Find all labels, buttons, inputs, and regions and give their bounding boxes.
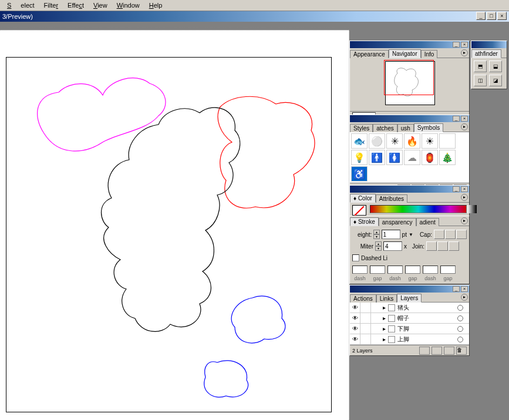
gap-2-input[interactable] [405,266,420,274]
cap-butt-button[interactable] [434,230,444,239]
menu-filter[interactable]: Filter [39,1,63,10]
visibility-toggle[interactable]: 👁 [350,324,360,334]
symbol-flame[interactable]: 🔥 [404,133,420,149]
layer-row[interactable]: 👁 ▸ 帽子 [350,313,469,324]
fill-stroke-swatch[interactable] [352,205,366,216]
menu-help[interactable]: Help [144,1,167,10]
menu-window[interactable]: Window [112,1,144,10]
layer-swatch [388,304,395,311]
tab-brushes[interactable]: ush [397,124,414,132]
dash-3-input[interactable] [423,266,438,274]
lock-toggle[interactable] [360,303,371,313]
gap-1-input[interactable] [370,266,385,274]
tab-attributes[interactable]: Attributes [376,194,407,203]
weight-input[interactable] [382,230,400,239]
panel-close[interactable]: × [461,116,468,122]
visibility-toggle[interactable]: 👁 [350,313,360,324]
pathfinder-subtract[interactable]: ⬓ [489,61,502,72]
symbol-wheelchair[interactable]: ♿ [351,166,368,182]
delete-layer-button[interactable]: 🗑 [456,347,467,355]
join-miter-button[interactable] [426,241,437,251]
tab-pathfinder[interactable]: athfinder [471,49,501,58]
dash-2-input[interactable] [387,266,403,274]
symbol-bubble[interactable]: ⚪ [369,133,385,149]
layer-row[interactable]: 👁 ▸ 上脚 [350,334,469,345]
layer-row[interactable]: 👁 ▸ 下脚 [350,324,469,334]
make-clipping-button[interactable] [419,347,430,355]
tab-color[interactable]: ♦ Color [350,194,376,203]
dashed-checkbox[interactable] [352,254,359,261]
gap-3-input[interactable] [440,266,456,274]
tab-transparency[interactable]: ansparency [379,218,416,226]
tab-actions[interactable]: Actions [350,294,376,303]
layer-swatch [388,325,395,332]
new-sublayer-button[interactable] [432,347,442,355]
panel-close[interactable]: × [461,42,468,48]
symbol-scribble[interactable]: ✳ [386,133,403,149]
symbol-bulb[interactable]: 💡 [351,150,368,165]
join-bevel-button[interactable] [449,241,459,251]
lock-toggle[interactable] [360,334,371,345]
pathfinder-panel: athfinder ⬒ ⬓ ◫ ◪ [471,41,507,89]
canvas[interactable] [0,30,349,420]
symbol-fish[interactable]: 🐟 [351,133,368,149]
layer-target[interactable] [457,305,463,311]
panel-flyout[interactable]: ▸ [461,294,468,301]
menu-select[interactable]: Select [2,1,39,10]
symbol-lantern[interactable]: 🏮 [422,150,438,165]
pathfinder-intersect[interactable]: ◫ [474,75,487,86]
panel-flyout[interactable]: ▸ [461,123,468,130]
miter-spinner[interactable]: ▴▾ [375,241,382,251]
cap-round-button[interactable] [445,230,456,239]
tab-swatches[interactable]: atches [373,124,397,132]
dash-1-input[interactable] [352,266,368,274]
maximize-button[interactable]: □ [487,12,496,20]
navigator-viewport[interactable] [384,60,434,95]
layer-swatch [388,315,395,322]
panel-minimize[interactable]: _ [453,286,460,292]
panel-flyout[interactable]: ▸ [461,49,468,56]
tab-links[interactable]: Links [376,294,397,303]
layer-target[interactable] [457,326,463,332]
visibility-toggle[interactable]: 👁 [350,334,360,345]
symbol-cloud[interactable]: ☁ [404,150,420,165]
tab-styles[interactable]: Styles [350,124,373,132]
close-button[interactable]: × [497,12,507,20]
layer-target[interactable] [457,315,463,321]
menu-view[interactable]: View [89,1,112,10]
tab-appearance[interactable]: Appearance [350,50,389,58]
weight-spinner[interactable]: ▴▾ [373,230,379,239]
symbol-tree[interactable]: 🎄 [439,150,456,165]
layer-target[interactable] [457,337,463,342]
layer-row[interactable]: 👁 ▸ 猪头 [350,303,469,313]
color-spectrum[interactable] [370,205,467,213]
lock-toggle[interactable] [360,313,371,324]
symbol-person-m[interactable]: 🚹 [369,150,385,165]
panel-close[interactable]: × [461,286,468,292]
tab-symbols[interactable]: Symbols [414,123,443,132]
minimize-button[interactable]: _ [476,12,486,20]
visibility-toggle[interactable]: 👁 [350,303,360,313]
panel-close[interactable]: × [461,186,468,192]
panel-minimize[interactable]: _ [453,186,460,192]
symbol-sun[interactable]: ☀ [422,133,438,149]
lock-toggle[interactable] [360,324,371,334]
symbol-blank[interactable] [439,133,456,149]
panel-flyout[interactable]: ▸ [461,194,468,201]
panel-minimize[interactable]: _ [453,42,460,48]
join-round-button[interactable] [437,241,448,251]
tab-gradient[interactable]: adient [416,218,439,226]
pathfinder-exclude[interactable]: ◪ [489,75,502,86]
panel-flyout[interactable]: ▸ [461,217,468,224]
panel-minimize[interactable]: _ [453,116,460,122]
symbol-person-f[interactable]: 🚺 [386,150,403,165]
cap-square-button[interactable] [456,230,467,239]
tab-navigator[interactable]: Navigator [389,49,421,58]
pathfinder-unite[interactable]: ⬒ [474,61,487,72]
new-layer-button[interactable] [444,347,454,355]
tab-stroke[interactable]: ♦ Stroke [350,217,379,226]
miter-input[interactable] [383,241,402,251]
tab-info[interactable]: Info [421,50,438,58]
menu-effect[interactable]: Effect [63,1,89,10]
tab-layers[interactable]: Layers [397,294,422,303]
